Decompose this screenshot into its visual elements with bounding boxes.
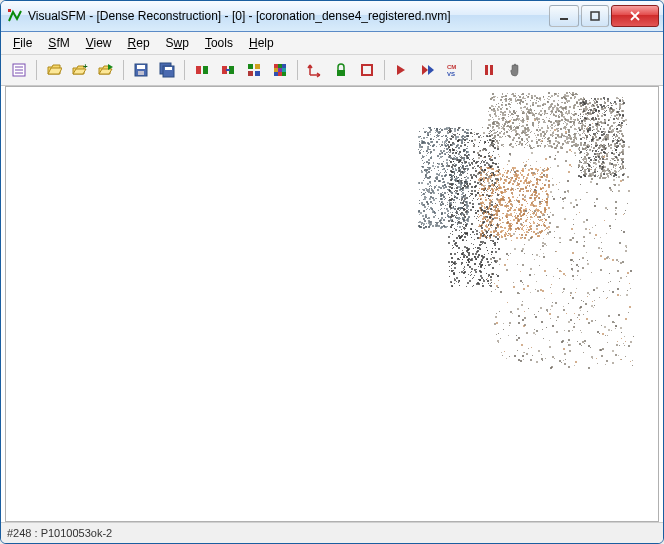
- open-multi-button[interactable]: +: [68, 58, 92, 82]
- svg-rect-2: [591, 12, 599, 20]
- statusbar: #248 : P1010053ok-2: [1, 522, 663, 543]
- svg-rect-21: [255, 71, 260, 76]
- svg-text:CM: CM: [447, 64, 456, 70]
- status-text: #248 : P1010053ok-2: [7, 527, 112, 539]
- next-pair-button[interactable]: [416, 58, 440, 82]
- pause-button[interactable]: [477, 58, 501, 82]
- svg-rect-27: [282, 68, 286, 72]
- svg-rect-32: [362, 65, 372, 75]
- svg-rect-29: [278, 72, 282, 76]
- app-icon: [7, 8, 23, 24]
- viewport-3d[interactable]: [5, 86, 659, 522]
- svg-rect-13: [165, 67, 172, 70]
- toolbar-separator: [297, 60, 298, 80]
- menu-sfm[interactable]: SfM: [40, 32, 77, 54]
- svg-rect-19: [255, 64, 260, 69]
- svg-rect-22: [274, 64, 278, 68]
- titlebar[interactable]: VisualSFM - [Dense Reconstruction] - [0]…: [1, 1, 663, 32]
- open-images-button[interactable]: [42, 58, 66, 82]
- point-cloud: [348, 87, 648, 407]
- compute-missing-match-button[interactable]: [216, 58, 240, 82]
- toolbar-separator: [384, 60, 385, 80]
- svg-rect-14: [196, 66, 201, 74]
- svg-rect-0: [8, 9, 11, 12]
- toolbar: + CMVS: [1, 55, 663, 86]
- svg-rect-1: [560, 18, 568, 20]
- close-button[interactable]: [611, 5, 659, 27]
- minimize-button[interactable]: [549, 5, 579, 27]
- svg-rect-9: [137, 65, 145, 69]
- svg-rect-26: [278, 68, 282, 72]
- open-add-button[interactable]: [94, 58, 118, 82]
- compute-match-button[interactable]: [190, 58, 214, 82]
- svg-text:VS: VS: [447, 71, 455, 77]
- svg-rect-18: [248, 64, 253, 69]
- svg-rect-31: [337, 70, 345, 76]
- hand-button[interactable]: [503, 58, 527, 82]
- menu-help[interactable]: Help: [241, 32, 282, 54]
- menu-swp[interactable]: Swp: [158, 32, 197, 54]
- save-all-button[interactable]: [155, 58, 179, 82]
- svg-text:+: +: [83, 62, 88, 71]
- svg-rect-10: [138, 71, 144, 75]
- menu-file[interactable]: File: [5, 32, 40, 54]
- window-controls: [549, 5, 659, 27]
- new-project-button[interactable]: [7, 58, 31, 82]
- maximize-button[interactable]: [581, 5, 609, 27]
- app-window: VisualSFM - [Dense Reconstruction] - [0]…: [0, 0, 664, 544]
- menu-view[interactable]: View: [78, 32, 120, 54]
- toolbar-separator: [123, 60, 124, 80]
- svg-rect-25: [274, 68, 278, 72]
- reconstruct-dense-button[interactable]: [268, 58, 292, 82]
- toolbar-separator: [471, 60, 472, 80]
- cmvs-button[interactable]: CMVS: [442, 58, 466, 82]
- svg-rect-24: [282, 64, 286, 68]
- toolbar-separator: [36, 60, 37, 80]
- menu-tools[interactable]: Tools: [197, 32, 241, 54]
- svg-rect-23: [278, 64, 282, 68]
- svg-rect-20: [248, 71, 253, 76]
- svg-rect-15: [203, 66, 208, 74]
- next-button[interactable]: [390, 58, 414, 82]
- bounding-box-button[interactable]: [355, 58, 379, 82]
- menubar: File SfM View Rep Swp Tools Help: [1, 32, 663, 55]
- lock-button[interactable]: [329, 58, 353, 82]
- svg-rect-28: [274, 72, 278, 76]
- svg-rect-30: [282, 72, 286, 76]
- window-title: VisualSFM - [Dense Reconstruction] - [0]…: [28, 9, 549, 23]
- svg-rect-35: [485, 65, 488, 75]
- svg-rect-36: [490, 65, 493, 75]
- menu-rep[interactable]: Rep: [120, 32, 158, 54]
- reconstruct-sparse-button[interactable]: [242, 58, 266, 82]
- toolbar-separator: [184, 60, 185, 80]
- axis-button[interactable]: [303, 58, 327, 82]
- save-button[interactable]: [129, 58, 153, 82]
